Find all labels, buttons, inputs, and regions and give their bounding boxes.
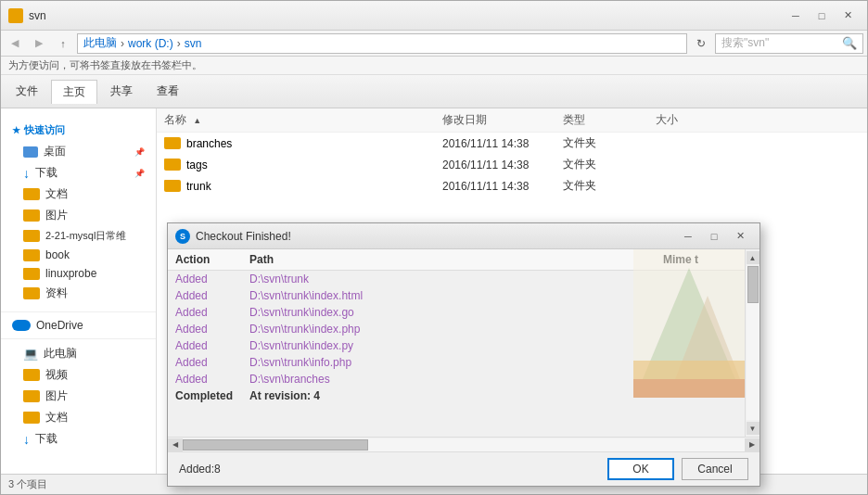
title-bar: svn ─ □ ✕ <box>1 1 867 31</box>
dialog-table-area: Action Path Mime t Added D:\svn\trunk Ad… <box>168 249 760 437</box>
address-bar-area: ◀ ▶ ↑ 此电脑 › work (D:) › svn ↻ 搜索"svn" 🔍 <box>1 31 867 57</box>
ribbon-tab-home[interactable]: 主页 <box>51 80 97 104</box>
sidebar-item-pics[interactable]: 图片 <box>1 386 156 407</box>
hscroll-right-arrow[interactable]: ▶ <box>745 438 760 451</box>
folder-icon <box>8 8 23 23</box>
folder-book-icon <box>23 249 40 261</box>
folder-video-icon <box>23 369 40 381</box>
footer-buttons: OK Cancel <box>607 458 748 480</box>
search-placeholder: 搜索"svn" <box>721 35 769 51</box>
minimize-button[interactable]: ─ <box>784 6 808 25</box>
sidebar-item-materials[interactable]: 资料 <box>1 283 156 304</box>
pin-icon-2: 📌 <box>134 169 145 178</box>
folder-pics-icon <box>23 209 40 222</box>
scroll-track <box>747 266 760 420</box>
hscroll-track <box>183 438 745 451</box>
file-list-header: 名称 ▲ 修改日期 类型 大小 <box>157 108 867 133</box>
dialog-controls: ─ □ ✕ <box>676 227 752 246</box>
download2-icon: ↓ <box>23 432 30 447</box>
ribbon: 文件 主页 共享 查看 <box>1 75 867 108</box>
sidebar-item-docs2[interactable]: 文档 <box>1 407 156 428</box>
download-icon: ↓ <box>23 166 30 181</box>
ok-button[interactable]: OK <box>607 458 674 480</box>
title-controls: ─ □ ✕ <box>784 6 860 25</box>
search-box[interactable]: 搜索"svn" 🔍 <box>715 33 863 54</box>
quick-access-section: 快速访问 桌面 📌 ↓ 下载 📌 文档 图片 <box>1 116 156 308</box>
breadcrumb-drive[interactable]: work (D:) <box>128 37 173 50</box>
folder-mysql-icon <box>23 230 40 242</box>
sidebar-item-documents[interactable]: 文档 <box>1 184 156 205</box>
up-button[interactable]: ↑ <box>53 33 73 54</box>
scroll-up-arrow[interactable]: ▲ <box>747 251 760 264</box>
col-header-name[interactable]: 名称 ▲ <box>164 112 442 128</box>
folder-pics2-icon <box>23 390 40 402</box>
quick-access-header[interactable]: 快速访问 <box>1 120 156 141</box>
dialog-hscroll: ◀ ▶ <box>168 437 760 451</box>
dialog-footer: Added:8 OK Cancel <box>168 451 760 486</box>
sidebar-item-book[interactable]: book <box>1 246 156 264</box>
close-button[interactable]: ✕ <box>836 6 860 25</box>
col-header-date[interactable]: 修改日期 <box>442 112 563 128</box>
dialog-content: Action Path Mime t Added D:\svn\trunk Ad… <box>168 249 760 486</box>
search-icon: 🔍 <box>842 36 857 50</box>
status-text: 3 个项目 <box>8 477 47 491</box>
desktop-icon <box>23 146 38 158</box>
dialog-scrollbar: ▲ ▼ <box>745 249 760 437</box>
file-row-trunk[interactable]: trunk 2016/11/11 14:38 文件夹 <box>157 175 867 197</box>
bookmark-bar: 为方便访问，可将书签直接放在书签栏中。 <box>1 57 867 75</box>
scroll-down-arrow[interactable]: ▼ <box>747 422 760 435</box>
hscroll-left-arrow[interactable]: ◀ <box>168 438 183 451</box>
onedrive-icon <box>12 320 31 331</box>
address-box[interactable]: 此电脑 › work (D:) › svn <box>77 33 687 54</box>
sidebar-item-mysql[interactable]: 2-21-mysql日常维 <box>1 226 156 246</box>
sidebar-item-dl[interactable]: ↓ 下载 <box>1 428 156 450</box>
col-path-header: Path <box>249 253 663 266</box>
file-row-tags[interactable]: tags 2016/11/11 14:38 文件夹 <box>157 154 867 175</box>
sidebar-divider-1 <box>1 311 156 312</box>
maximize-button[interactable]: □ <box>810 6 834 25</box>
folder-tags-icon <box>164 159 181 171</box>
dialog-minimize-button[interactable]: ─ <box>676 227 700 246</box>
sidebar-item-desktop[interactable]: 桌面 📌 <box>1 141 156 162</box>
dialog-maximize-button[interactable]: □ <box>702 227 726 246</box>
computer-icon: 💻 <box>23 347 38 361</box>
folder-branches-icon <box>164 137 181 149</box>
ribbon-tab-view[interactable]: 查看 <box>146 80 190 103</box>
sidebar-item-pictures[interactable]: 图片 <box>1 205 156 226</box>
pin-icon: 📌 <box>134 147 145 157</box>
sidebar-item-video[interactable]: 视频 <box>1 364 156 386</box>
breadcrumb-pc[interactable]: 此电脑 <box>83 35 117 51</box>
sidebar-item-downloads[interactable]: ↓ 下载 📌 <box>1 162 156 184</box>
ribbon-tab-file[interactable]: 文件 <box>5 80 49 103</box>
col-header-type[interactable]: 类型 <box>563 112 656 128</box>
folder-linux-icon <box>23 268 40 280</box>
file-row-branches[interactable]: branches 2016/11/11 14:38 文件夹 <box>157 133 867 154</box>
folder-trunk-icon <box>164 180 181 192</box>
dialog-title-bar: S Checkout Finished! ─ □ ✕ <box>168 223 760 249</box>
back-button[interactable]: ◀ <box>5 33 25 54</box>
cancel-button[interactable]: Cancel <box>682 458 748 480</box>
scroll-thumb[interactable] <box>747 266 759 303</box>
folder-docs2-icon <box>23 412 40 424</box>
dialog-title: Checkout Finished! <box>196 230 676 243</box>
refresh-button[interactable]: ↻ <box>691 33 711 54</box>
hscroll-thumb[interactable] <box>183 439 368 451</box>
dialog-close-button[interactable]: ✕ <box>728 227 752 246</box>
breadcrumb-folder[interactable]: svn <box>185 37 202 50</box>
sidebar: 快速访问 桌面 📌 ↓ 下载 📌 文档 图片 <box>1 108 157 474</box>
folder-materials-icon <box>23 287 40 299</box>
sidebar-item-thispc[interactable]: 💻 此电脑 <box>1 343 156 364</box>
ribbon-tab-share[interactable]: 共享 <box>99 80 144 103</box>
sidebar-item-onedrive[interactable]: OneDrive <box>1 316 156 335</box>
window-title: svn <box>29 9 784 22</box>
col-action-header: Action <box>175 253 249 266</box>
checkout-dialog: S Checkout Finished! ─ □ ✕ Action Path M… <box>167 222 760 487</box>
sidebar-item-linuxprobe[interactable]: linuxprobe <box>1 264 156 283</box>
forward-button[interactable]: ▶ <box>29 33 49 54</box>
bookmark-hint: 为方便访问，可将书签直接放在书签栏中。 <box>8 58 202 72</box>
sidebar-divider-2 <box>1 338 156 339</box>
col-header-size[interactable]: 大小 <box>656 112 730 128</box>
footer-added-info: Added:8 <box>179 463 221 476</box>
dialog-bg-image <box>633 249 745 398</box>
folder-docs-icon <box>23 188 40 200</box>
